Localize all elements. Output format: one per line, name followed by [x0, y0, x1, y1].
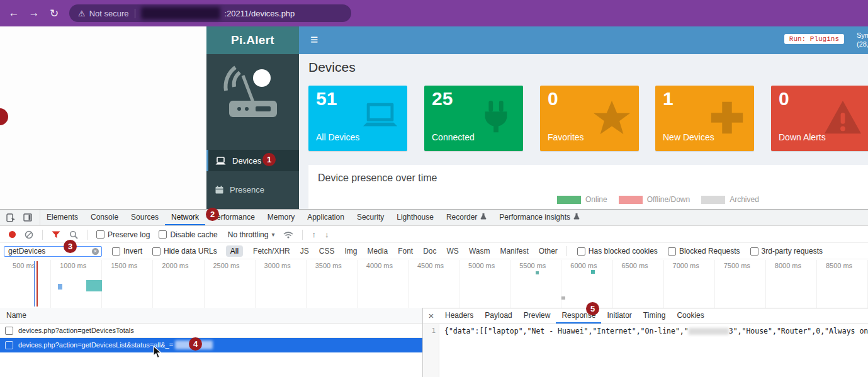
checkbox-label: Hide data URLs — [164, 247, 217, 256]
filter-type-media[interactable]: Media — [367, 247, 388, 256]
timeline-activity — [58, 284, 62, 290]
card-value: 1 — [663, 88, 674, 110]
sidebar: Pi.Alert Devices — [206, 26, 299, 209]
devtools-tab-elements[interactable]: Elements — [40, 210, 84, 225]
network-conditions-icon[interactable] — [283, 231, 293, 239]
filter-type-img[interactable]: Img — [344, 247, 357, 256]
summary-card-favorites[interactable]: 0 Favorites — [540, 86, 639, 151]
request-list-header[interactable]: Name — [0, 308, 422, 324]
detail-tab-cookies[interactable]: Cookies — [671, 308, 709, 324]
devtools-tab-performance-insights[interactable]: Performance insights — [493, 210, 586, 225]
devtools-tab-network[interactable]: Network — [165, 210, 205, 225]
sidebar-item-devices[interactable]: Devices — [206, 150, 299, 171]
load-event-line — [37, 261, 38, 307]
omnibox-divider — [135, 9, 135, 18]
checkbox-label: Has blocked cookies — [589, 247, 658, 256]
navbar-right-text: Sym (28, — [857, 31, 868, 48]
filter-type-font[interactable]: Font — [398, 247, 413, 256]
screenshot-root: ← → ↻ ⚠ Not secure :20211/devices.php Pi… — [0, 0, 868, 377]
blocked-requests-checkbox[interactable]: Blocked Requests — [668, 247, 740, 256]
sidebar-item-presence[interactable]: Presence — [206, 179, 299, 200]
request-row-get-devices-totals[interactable]: devices.php?action=getDevicesTotals — [0, 324, 422, 338]
legend-label: Archived — [730, 195, 759, 204]
summary-card-new-devices[interactable]: 1 New Devices — [655, 86, 754, 151]
devtools-tab-memory[interactable]: Memory — [261, 210, 301, 225]
devtools-tab-sources[interactable]: Sources — [125, 210, 165, 225]
filter-type-ws[interactable]: WS — [447, 247, 459, 256]
filter-type-js[interactable]: JS — [300, 247, 309, 256]
card-label: Down Alerts — [779, 132, 826, 142]
redacted-response-value — [689, 328, 729, 335]
request-row-get-devices-list[interactable]: devices.php?action=getDevicesList&status… — [0, 338, 422, 352]
router-logo-icon — [220, 64, 286, 132]
back-icon[interactable]: ← — [4, 7, 24, 20]
third-party-requests-checkbox[interactable]: 3rd-party requests — [750, 247, 823, 256]
timeline-tick: 4500 ms — [409, 260, 459, 308]
forward-icon[interactable]: → — [24, 7, 44, 20]
close-icon[interactable]: × — [423, 310, 439, 321]
redacted-host — [141, 7, 220, 20]
detail-tab-timing[interactable]: Timing — [638, 308, 672, 324]
menu-icon[interactable]: ≡ — [310, 32, 318, 47]
checkbox-box — [668, 247, 676, 256]
summary-card-all-devices[interactable]: 51 All Devices — [308, 86, 407, 151]
has-blocked-cookies-checkbox[interactable]: Has blocked cookies — [577, 247, 658, 256]
toolbar-divider — [87, 230, 87, 240]
request-checkbox[interactable] — [5, 341, 13, 349]
filter-type-all[interactable]: All — [226, 245, 243, 257]
disable-cache-checkbox[interactable]: Disable cache — [159, 230, 217, 239]
app-logo[interactable]: Pi.Alert — [206, 26, 299, 54]
filter-type-doc[interactable]: Doc — [423, 247, 436, 256]
timeline-activity — [591, 270, 595, 274]
refresh-icon[interactable]: ↻ — [44, 7, 64, 20]
step-annotation-2: 2 — [206, 208, 219, 221]
not-secure-warning-icon[interactable]: ⚠ — [78, 9, 86, 18]
filter-type-manifest[interactable]: Manifest — [500, 247, 528, 256]
export-har-icon[interactable]: ↓ — [325, 230, 329, 239]
timeline-tick: 2500 ms — [205, 260, 256, 308]
devtools-tab-console[interactable]: Console — [84, 210, 125, 225]
hide-data-urls-checkbox[interactable]: Hide data URLs — [152, 247, 217, 256]
clear-network-log-icon[interactable] — [25, 230, 33, 239]
legend-swatch — [701, 196, 725, 204]
filter-type-css[interactable]: CSS — [319, 247, 335, 256]
preserve-log-checkbox[interactable]: Preserve log — [96, 230, 150, 239]
timeline-tick: 8500 ms — [817, 260, 868, 308]
import-har-icon[interactable]: ↑ — [312, 230, 316, 239]
summary-card-connected[interactable]: 25 Connected — [424, 86, 523, 151]
detail-tab-initiator[interactable]: Initiator — [601, 308, 637, 324]
clear-filter-icon[interactable]: × — [92, 248, 99, 255]
devtools-tab-security[interactable]: Security — [351, 210, 390, 225]
address-bar[interactable]: ⚠ Not secure :20211/devices.php — [69, 4, 351, 22]
filter-type-fetch-xhr[interactable]: Fetch/XHR — [253, 247, 290, 256]
network-overview-timeline[interactable]: 500 ms 1000 ms 1500 ms 2000 ms 2500 ms 3… — [0, 260, 868, 308]
step-annotation-1: 1 — [262, 153, 276, 166]
legend-label: Offline/Down — [647, 195, 690, 204]
summary-card-down-alerts[interactable]: 0 Down Alerts — [771, 86, 868, 151]
detail-tab-payload[interactable]: Payload — [479, 308, 517, 324]
sidebar-item-label: Devices — [232, 156, 261, 166]
request-detail-tabs: × Headers Payload Preview Response Initi… — [423, 308, 868, 324]
plus-icon — [707, 98, 747, 137]
search-icon[interactable] — [69, 230, 78, 239]
devtools-left-icons — [0, 210, 40, 225]
record-button[interactable] — [9, 231, 16, 238]
inspect-device-icon[interactable] — [6, 213, 16, 222]
filter-type-other[interactable]: Other — [539, 247, 558, 256]
invert-checkbox[interactable]: Invert — [112, 247, 142, 256]
filter-icon[interactable] — [52, 231, 60, 239]
filter-type-wasm[interactable]: Wasm — [469, 247, 490, 256]
devtools-tab-recorder[interactable]: Recorder — [440, 210, 493, 225]
dock-side-icon[interactable] — [23, 213, 32, 222]
detail-tab-preview[interactable]: Preview — [518, 308, 556, 324]
run-plugins-button[interactable]: Run: Plugins — [784, 34, 844, 44]
legend-item-online[interactable]: Online — [557, 195, 607, 204]
detail-tab-headers[interactable]: Headers — [439, 308, 479, 324]
legend-item-archived[interactable]: Archived — [701, 195, 759, 204]
throttling-select[interactable]: No throttling ▾ — [228, 230, 275, 239]
devtools-tab-application[interactable]: Application — [301, 210, 351, 225]
legend-item-offline-down[interactable]: Offline/Down — [619, 195, 690, 204]
devtools-tab-lighthouse[interactable]: Lighthouse — [390, 210, 440, 225]
request-checkbox[interactable] — [5, 327, 13, 335]
line-number-gutter: 1 — [423, 324, 439, 377]
